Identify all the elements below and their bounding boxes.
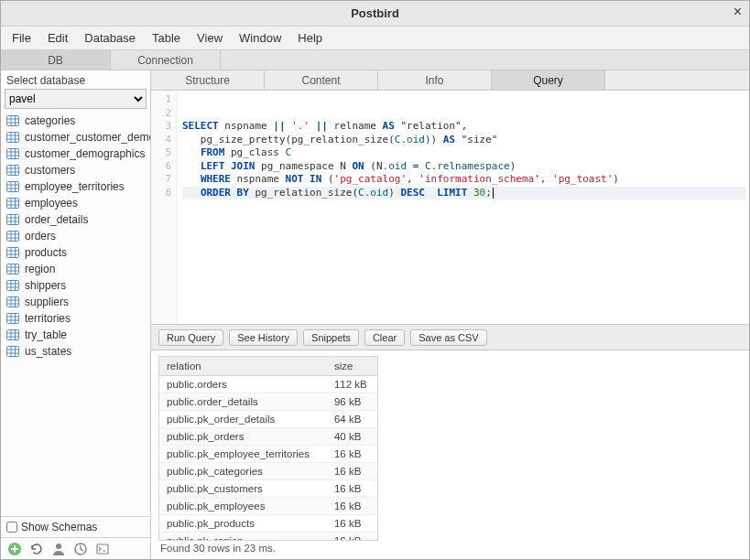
table-icon <box>6 264 19 275</box>
close-icon[interactable]: × <box>734 5 742 19</box>
table-item-employee_territories[interactable]: employee_territories <box>1 178 150 195</box>
table-row[interactable]: public.pk_categories16 kB <box>159 463 377 480</box>
svg-rect-10 <box>7 149 19 159</box>
status-text: Found 30 rows in 23 ms. <box>158 541 742 559</box>
show-schemas-checkbox[interactable] <box>6 522 17 533</box>
svg-rect-35 <box>7 232 19 242</box>
table-item-label: us_states <box>25 345 71 358</box>
table-row[interactable]: public.pk_products16 kB <box>159 515 377 533</box>
tab-query[interactable]: Query <box>492 70 605 90</box>
table-row[interactable]: public.pk_employees16 kB <box>159 498 377 515</box>
add-icon[interactable] <box>5 540 25 558</box>
svg-point-76 <box>56 544 61 549</box>
save-csv-button[interactable]: Save as CSV <box>410 329 486 346</box>
table-item-customer_demographics[interactable]: customer_demographics <box>1 145 150 162</box>
table-icon <box>6 214 19 225</box>
table-item-territories[interactable]: territories <box>1 310 150 327</box>
table-row[interactable]: public.pk_customers16 kB <box>159 480 377 498</box>
refresh-icon[interactable] <box>27 540 47 558</box>
table-row[interactable]: public.order_details96 kB <box>159 393 377 411</box>
table-item-label: shippers <box>25 279 66 292</box>
table-item-categories[interactable]: categories <box>1 113 150 129</box>
table-icon <box>6 329 19 340</box>
tab-structure[interactable]: Structure <box>151 70 265 90</box>
tables-list: categoriescustomer_customer_democustomer… <box>1 113 150 516</box>
table-icon <box>6 280 19 291</box>
snippets-button[interactable]: Snippets <box>303 329 359 346</box>
table-item-label: customers <box>25 164 75 177</box>
table-item-label: customer_demographics <box>25 147 145 160</box>
connection-tabs: DBConnection <box>1 50 749 70</box>
table-item-label: employees <box>25 197 78 210</box>
table-item-order_details[interactable]: order_details <box>1 211 150 228</box>
table-item-orders[interactable]: orders <box>1 228 150 244</box>
table-row[interactable]: public.orders112 kB <box>159 376 377 393</box>
svg-rect-30 <box>7 215 19 225</box>
menu-edit[interactable]: Edit <box>40 28 75 48</box>
col-relation[interactable]: relation <box>159 357 327 376</box>
table-item-customers[interactable]: customers <box>1 162 150 178</box>
table-item-try_table[interactable]: try_table <box>1 327 150 343</box>
user-icon[interactable] <box>49 540 69 558</box>
show-schemas-label: Show Schemas <box>21 521 97 533</box>
menu-database[interactable]: Database <box>77 28 143 48</box>
database-select[interactable]: pavel <box>5 89 147 109</box>
col-size[interactable]: size <box>327 357 377 376</box>
table-icon <box>6 231 19 242</box>
select-db-label: Select database <box>1 70 150 89</box>
table-item-region[interactable]: region <box>1 261 150 277</box>
history-icon[interactable] <box>71 540 91 558</box>
table-item-label: suppliers <box>25 296 69 308</box>
table-row[interactable]: public.pk_employee_territories16 kB <box>159 446 377 463</box>
svg-rect-70 <box>7 347 19 357</box>
table-item-label: employee_territories <box>25 180 125 193</box>
table-item-label: customer_customer_demo <box>25 131 150 144</box>
conn-tab-connection[interactable]: Connection <box>111 50 221 70</box>
results-table[interactable]: relationsizepublic.orders112 kBpublic.or… <box>158 356 378 541</box>
conn-tab-db[interactable]: DB <box>1 50 111 70</box>
table-item-employees[interactable]: employees <box>1 195 150 211</box>
table-item-suppliers[interactable]: suppliers <box>1 294 150 310</box>
table-icon <box>6 296 19 307</box>
menu-table[interactable]: Table <box>145 28 188 48</box>
table-item-customer_customer_demo[interactable]: customer_customer_demo <box>1 129 150 145</box>
table-item-label: products <box>25 246 67 259</box>
table-icon <box>6 165 19 176</box>
see-history-button[interactable]: See History <box>229 329 298 346</box>
table-row[interactable]: public.pk_order_details64 kB <box>159 411 377 428</box>
table-item-label: region <box>25 263 55 275</box>
svg-rect-78 <box>97 544 108 554</box>
table-icon <box>6 346 19 357</box>
menu-help[interactable]: Help <box>290 28 330 48</box>
table-item-label: categories <box>25 114 75 127</box>
run-query-button[interactable]: Run Query <box>158 329 223 346</box>
svg-rect-65 <box>7 330 19 340</box>
view-tabs: StructureContentInfoQuery <box>151 70 749 91</box>
table-icon <box>6 132 19 143</box>
svg-rect-25 <box>7 199 19 209</box>
svg-rect-0 <box>7 116 19 126</box>
table-item-shippers[interactable]: shippers <box>1 277 150 294</box>
sql-editor[interactable]: 12345678 SELECT nspname || '.' || relnam… <box>151 91 749 325</box>
console-icon[interactable] <box>92 540 113 558</box>
table-icon <box>6 198 19 209</box>
table-item-products[interactable]: products <box>1 244 150 261</box>
table-icon <box>6 181 19 192</box>
svg-rect-20 <box>7 182 19 192</box>
table-item-label: order_details <box>25 213 88 226</box>
tab-content[interactable]: Content <box>265 70 378 90</box>
table-item-label: try_table <box>25 328 67 341</box>
svg-rect-50 <box>7 281 19 291</box>
tab-info[interactable]: Info <box>378 70 492 90</box>
window-title: Postbird <box>351 6 399 20</box>
svg-rect-5 <box>7 133 19 143</box>
svg-rect-60 <box>7 314 19 324</box>
table-row[interactable]: public.pk_orders40 kB <box>159 428 377 446</box>
table-row[interactable]: public.pk_region16 kB <box>159 533 377 542</box>
svg-rect-55 <box>7 297 19 307</box>
menu-view[interactable]: View <box>190 28 230 48</box>
menu-window[interactable]: Window <box>232 28 288 48</box>
menu-file[interactable]: File <box>5 28 38 48</box>
table-item-us_states[interactable]: us_states <box>1 343 150 360</box>
clear-button[interactable]: Clear <box>364 329 405 346</box>
